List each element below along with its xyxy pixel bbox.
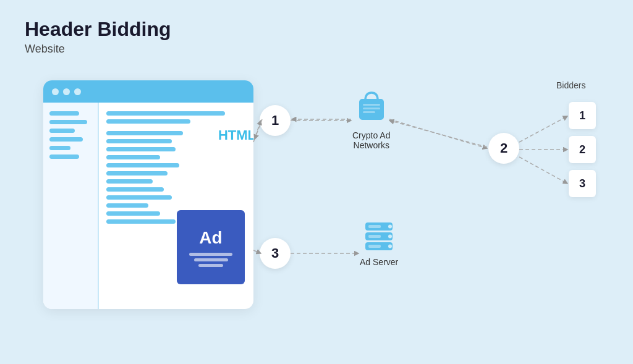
- svg-rect-6: [368, 225, 381, 228]
- svg-rect-3: [363, 111, 375, 113]
- sidebar-line: [49, 154, 79, 159]
- bidder-1: 1: [569, 102, 596, 129]
- svg-line-21: [519, 157, 567, 184]
- sidebar-line: [49, 129, 75, 133]
- browser-bar: [43, 80, 253, 103]
- body-line: [106, 219, 176, 224]
- sidebar-line: [49, 137, 83, 142]
- crypto-ad-networks: Crypto AdNetworks: [352, 87, 390, 150]
- page-title: Header Bidding: [25, 19, 608, 40]
- ad-label: Ad: [199, 228, 222, 248]
- sidebar-line: [49, 146, 70, 150]
- body-line: [106, 195, 172, 200]
- ad-server: Ad Server: [360, 219, 398, 267]
- browser-dot-2: [63, 88, 70, 95]
- body-line: [106, 171, 168, 176]
- body-line: [106, 187, 164, 192]
- svg-rect-2: [363, 108, 380, 109]
- ad-line: [189, 253, 232, 256]
- ad-line: [198, 264, 223, 267]
- bidders-label: Bidders: [556, 80, 585, 90]
- svg-rect-12: [368, 245, 381, 248]
- svg-point-5: [388, 225, 392, 229]
- svg-point-8: [388, 235, 392, 239]
- body-line: [106, 139, 172, 143]
- server-icon: [360, 219, 397, 253]
- browser-content: HTML: [43, 103, 253, 309]
- ad-lines: [189, 253, 232, 267]
- body-line: [106, 131, 183, 135]
- browser-dot-1: [52, 88, 59, 95]
- html-label: HTML: [215, 126, 253, 145]
- ad-server-label: Ad Server: [360, 257, 398, 267]
- step-2-circle: 2: [488, 133, 519, 164]
- ad-block: Ad: [177, 210, 245, 284]
- svg-point-11: [388, 245, 392, 248]
- bidder-2: 2: [569, 136, 596, 163]
- content-area: Ad: [106, 131, 246, 224]
- bidder-3: 3: [569, 170, 596, 197]
- body-line: [106, 119, 190, 124]
- page-subtitle: Website: [25, 43, 608, 56]
- browser-window: HTML: [43, 80, 253, 309]
- body-line: [106, 211, 160, 216]
- browser-body: HTML: [99, 103, 253, 309]
- step-1-circle: 1: [260, 105, 291, 136]
- header-lines: [106, 111, 246, 124]
- body-line: [106, 179, 153, 184]
- svg-line-17: [389, 119, 487, 148]
- page: Header Bidding Website: [0, 0, 633, 364]
- sidebar-line: [49, 120, 87, 124]
- body-line: [106, 163, 179, 167]
- body-line: [106, 203, 148, 208]
- sidebar-line: [49, 111, 79, 116]
- step-3-circle: 3: [260, 238, 291, 269]
- left-lines: [106, 131, 183, 224]
- body-line: [106, 111, 225, 116]
- shopping-bag-icon: [353, 87, 390, 127]
- body-line: [106, 147, 176, 151]
- diagram: HTML: [25, 62, 608, 346]
- ad-line: [194, 258, 228, 261]
- crypto-networks-label: Crypto AdNetworks: [352, 130, 390, 150]
- svg-rect-1: [363, 104, 380, 106]
- body-line: [106, 155, 160, 159]
- browser-dot-3: [74, 88, 81, 95]
- svg-rect-9: [368, 235, 381, 238]
- svg-line-18: [389, 121, 487, 147]
- browser-sidebar: [43, 103, 99, 309]
- svg-line-19: [519, 116, 567, 142]
